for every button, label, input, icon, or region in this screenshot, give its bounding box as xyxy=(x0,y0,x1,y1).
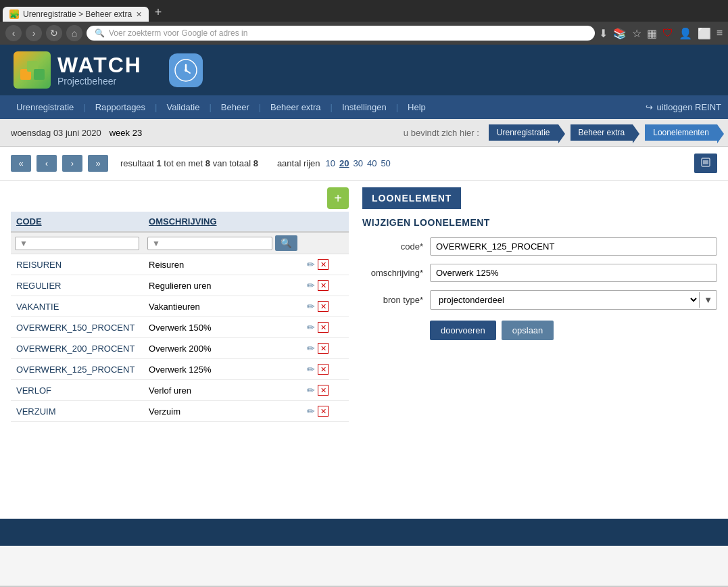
main-content: + CODE OMSCHRIJVING ▼ xyxy=(0,181,728,519)
rows-20[interactable]: 20 xyxy=(339,158,349,168)
rows-40[interactable]: 40 xyxy=(367,158,377,168)
shield-icon[interactable]: 🛡 xyxy=(662,27,673,39)
filter-code-input[interactable] xyxy=(30,239,135,248)
filter-code-cell: ▼ xyxy=(11,232,143,254)
edit-icon[interactable]: ✏ xyxy=(307,280,315,291)
logo-watch: WATCH xyxy=(57,54,142,76)
delete-icon[interactable]: ✕ xyxy=(318,364,329,375)
svg-rect-2 xyxy=(34,69,45,80)
rows-30[interactable]: 30 xyxy=(353,158,362,168)
nav-rapportages[interactable]: Rapportages xyxy=(86,95,155,119)
edit-icon[interactable]: ✏ xyxy=(307,385,315,396)
tab-close-button[interactable]: ✕ xyxy=(136,10,142,19)
breadcrumb-loonelementen[interactable]: Loonelementen xyxy=(645,124,717,141)
breadcrumb-items: Urenregistratie Beheer extra Loonelement… xyxy=(489,124,717,141)
edit-icon[interactable]: ✏ xyxy=(307,259,315,270)
rows-10[interactable]: 10 xyxy=(326,158,335,168)
reload-button[interactable]: ↻ xyxy=(46,25,62,41)
breadcrumb-week: week 23 xyxy=(110,128,142,138)
nav-items: Urenregistratie | Rapportages | Validati… xyxy=(7,95,646,119)
browser-toolbar: ‹ › ↻ ⌂ 🔍 Voer zoekterm voor Google of a… xyxy=(0,22,728,45)
nav-help[interactable]: Help xyxy=(398,95,435,119)
logo-area: WATCH Projectbeheer xyxy=(14,51,142,89)
row-actions: ✏ ✕ xyxy=(301,359,349,380)
prev-page-button[interactable]: ‹ xyxy=(37,155,57,172)
form-label-omschrijving: omschrijving* xyxy=(362,268,423,278)
nav-logout[interactable]: ↪ uitloggen REINT xyxy=(646,102,721,112)
menu-icon[interactable]: ≡ xyxy=(717,27,723,39)
filter-code-icon: ▼ xyxy=(20,239,28,248)
filter-search-button[interactable]: 🔍 xyxy=(275,235,297,251)
col-code[interactable]: CODE xyxy=(11,212,143,232)
search-icon: 🔍 xyxy=(95,28,105,38)
edit-icon[interactable]: ✏ xyxy=(307,406,315,417)
export-button[interactable] xyxy=(694,154,717,173)
address-text: Voer zoekterm voor Google of adres in xyxy=(109,28,247,38)
delete-icon[interactable]: ✕ xyxy=(318,280,329,291)
delete-icon[interactable]: ✕ xyxy=(318,406,329,417)
delete-icon[interactable]: ✕ xyxy=(318,259,329,270)
delete-icon[interactable]: ✕ xyxy=(318,322,329,333)
extensions-icon[interactable]: ⬜ xyxy=(698,27,711,40)
nav-beheer-extra[interactable]: Beheer extra xyxy=(261,95,330,119)
doorvoeren-button[interactable]: doorvoeren xyxy=(430,321,496,340)
panel-header: LOONELEMENT xyxy=(362,187,717,217)
address-bar[interactable]: 🔍 Voer zoekterm voor Google of adres in xyxy=(87,26,595,41)
row-actions: ✏ ✕ xyxy=(301,254,349,275)
rows-count: 10 20 30 40 50 xyxy=(326,158,391,168)
back-button[interactable]: ‹ xyxy=(5,25,22,41)
breadcrumb-urenregistratie[interactable]: Urenregistratie xyxy=(489,124,558,141)
breadcrumb-label: u bevindt zich hier : xyxy=(404,128,479,138)
breadcrumb-date: woensdag 03 juni 2020 xyxy=(11,128,101,138)
nav-validatie[interactable]: Validatie xyxy=(157,95,210,119)
delete-icon[interactable]: ✕ xyxy=(318,301,329,312)
row-omschrijving: Reisuren xyxy=(143,254,301,275)
nav-beheer[interactable]: Beheer xyxy=(212,95,259,119)
download-icon[interactable]: ⬇ xyxy=(599,27,608,40)
row-code: VERLOF xyxy=(11,380,143,401)
row-omschrijving: Regulieren uren xyxy=(143,275,301,296)
bookmark-icon[interactable]: ☆ xyxy=(632,27,641,40)
form-label-code: code* xyxy=(362,241,423,252)
new-tab-button[interactable]: + xyxy=(149,3,168,22)
row-actions: ✏ ✕ xyxy=(301,401,349,422)
profile-icon[interactable]: 👤 xyxy=(679,27,692,40)
table-section: + CODE OMSCHRIJVING ▼ xyxy=(11,187,349,512)
edit-icon[interactable]: ✏ xyxy=(307,322,315,333)
forward-button[interactable]: › xyxy=(26,25,42,41)
first-page-button[interactable]: « xyxy=(11,155,31,172)
breadcrumb-beheer-extra[interactable]: Beheer extra xyxy=(571,124,633,141)
row-actions: ✏ ✕ xyxy=(301,317,349,338)
edit-icon[interactable]: ✏ xyxy=(307,364,315,375)
filter-omschrijving-input[interactable] xyxy=(163,239,268,248)
table-row: REGULIER Regulieren uren ✏ ✕ xyxy=(11,275,349,296)
add-loonelement-button[interactable]: + xyxy=(327,187,349,209)
bron-type-select-wrap: projectonderdeel ander type ▼ xyxy=(430,290,717,310)
table-row: VERLOF Verlof uren ✏ ✕ xyxy=(11,380,349,401)
logout-text: uitloggen REINT xyxy=(657,102,721,112)
opslaan-button[interactable]: opslaan xyxy=(502,321,554,340)
row-code: REISUREN xyxy=(11,254,143,275)
bron-type-select[interactable]: projectonderdeel ander type xyxy=(431,291,699,309)
form-label-bron-type: bron type* xyxy=(362,295,423,305)
logo-text: WATCH Projectbeheer xyxy=(57,54,142,87)
delete-icon[interactable]: ✕ xyxy=(318,385,329,396)
logo-sub: Projectbeheer xyxy=(57,76,142,87)
nav-instellingen[interactable]: Instellingen xyxy=(333,95,396,119)
edit-icon[interactable]: ✏ xyxy=(307,301,315,312)
qr-icon[interactable]: ▦ xyxy=(647,27,657,40)
code-input[interactable] xyxy=(430,237,717,256)
edit-icon[interactable]: ✏ xyxy=(307,343,315,354)
omschrijving-input[interactable] xyxy=(430,264,717,282)
panel-header-label: LOONELEMENT xyxy=(362,187,461,209)
next-page-button[interactable]: › xyxy=(62,155,82,172)
last-page-button[interactable]: » xyxy=(88,155,108,172)
browser-tab[interactable]: 🧩 Urenregistratie > Beheer extra ✕ xyxy=(3,7,149,22)
library-icon[interactable]: 📚 xyxy=(613,27,627,40)
row-actions: ✏ ✕ xyxy=(301,380,349,401)
col-omschrijving[interactable]: OMSCHRIJVING xyxy=(143,212,301,232)
delete-icon[interactable]: ✕ xyxy=(318,343,329,354)
rows-50[interactable]: 50 xyxy=(381,158,390,168)
home-button[interactable]: ⌂ xyxy=(66,25,82,41)
nav-urenregistratie[interactable]: Urenregistratie xyxy=(7,95,83,119)
